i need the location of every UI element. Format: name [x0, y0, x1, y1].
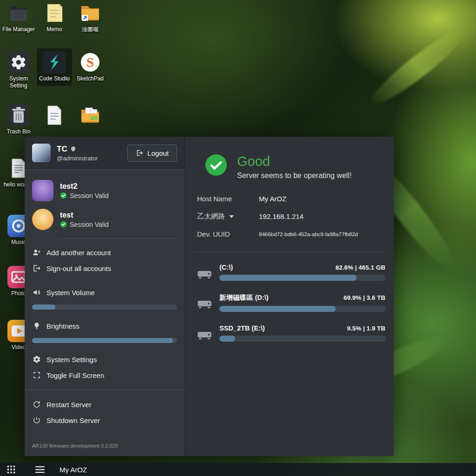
bulb-icon	[33, 322, 41, 330]
info-row-uuid: Dev. UUID 8466bd72-bdb6-452a-abc9-fa98a7…	[197, 230, 375, 238]
account-avatar	[32, 209, 53, 230]
app-grid-icon	[7, 465, 16, 474]
trash-icon	[7, 104, 30, 126]
icon-label: SketchPad	[73, 75, 108, 82]
menu-item-signout-all[interactable]: Sign-out all accounts	[32, 260, 177, 276]
status-check-icon	[205, 154, 227, 176]
desktop-icon-folder-files[interactable]	[73, 104, 108, 128]
user-header: TC @administrator Logout	[25, 137, 185, 170]
hdd-icon	[197, 331, 212, 341]
divider	[25, 390, 185, 390]
menu-label: Shutdown Server	[46, 416, 100, 424]
menu-label: Restart Server	[46, 401, 92, 409]
menu-item-add-account[interactable]: Add another account	[32, 245, 177, 260]
fullscreen-icon	[33, 371, 41, 379]
volume-fill	[32, 304, 55, 310]
uuid-value: 8466bd72-bdb6-452a-abc9-fa98a77fb82d	[259, 231, 358, 237]
menu-label: Sign-out all accounts	[46, 264, 111, 272]
account-row[interactable]: test Session Valid	[32, 209, 177, 230]
desktop-icon-sketchpad[interactable]: S SketchPad	[73, 51, 108, 82]
system-popup-panel: TC @administrator Logout test2	[25, 137, 394, 456]
account-name: test	[60, 211, 109, 219]
desktop-icon-code-studio[interactable]: Code Studio	[37, 48, 72, 86]
info-label: Host Name	[197, 195, 259, 203]
hdd-icon	[197, 299, 212, 310]
menu-item-toggle-fullscreen[interactable]: Toggle Full Screen	[32, 367, 177, 383]
desktop-icon-document[interactable]	[37, 104, 72, 128]
foliage-decoration	[364, 21, 472, 112]
disk-stats: 82.6% | 465.1 GB	[336, 264, 385, 271]
menu-label: Brightness	[46, 322, 79, 330]
status-title: Good	[237, 154, 351, 168]
disk-row: 新增磁碟區 (D:\) 69.9% | 3.6 TB	[193, 293, 385, 312]
desktop-icon-trash[interactable]: Trash Bin	[1, 104, 36, 135]
user-avatar	[32, 144, 51, 162]
desktop: File Manager Memo 油圖喔 System Setting Cod…	[0, 0, 476, 476]
disk-name: SSD_2TB (E:\)	[219, 324, 265, 332]
server-info-table: Host Name My ArOZ 乙太網路 192.168.1.214 Dev…	[185, 183, 394, 249]
disk-name: 新增磁碟區 (D:\)	[219, 293, 269, 302]
logout-button[interactable]: Logout	[127, 145, 177, 162]
power-icon	[33, 416, 41, 424]
disk-row: SSD_2TB (E:\) 9.5% | 1.9 TB	[193, 324, 385, 342]
disk-usage-fill	[219, 306, 336, 312]
desktop-icon-memo[interactable]: Memo	[37, 2, 72, 33]
disk-name: (C:\)	[219, 264, 233, 271]
volume-slider[interactable]	[32, 304, 177, 310]
firmware-version: AR100 firmware:development 0.2.020	[32, 437, 177, 449]
brightness-group: Brightness	[32, 318, 177, 343]
menu-label: Add another account	[46, 249, 111, 257]
ip-address-value: 192.168.1.214	[259, 212, 304, 220]
disk-stats: 69.9% | 3.6 TB	[344, 294, 385, 301]
account-name: test2	[60, 182, 109, 191]
icon-label: System Setting	[1, 75, 36, 89]
desktop-icon-shortcut-folder[interactable]: 油圖喔	[73, 2, 108, 33]
check-circle-icon	[60, 192, 67, 199]
menu-item-restart-server[interactable]: Restart Server	[32, 397, 177, 412]
desktop-icon-file-manager[interactable]: File Manager	[1, 2, 36, 33]
session-status: Session Valid	[70, 221, 109, 228]
network-dropdown[interactable]: 乙太網路	[197, 212, 259, 221]
folder-icon	[7, 2, 30, 24]
menu-label: System Settings	[46, 356, 97, 364]
check-circle-icon	[60, 221, 67, 228]
disk-row: (C:\) 82.6% | 465.1 GB	[193, 264, 385, 281]
speaker-icon	[33, 288, 41, 297]
disk-usage-fill	[219, 336, 235, 342]
chevron-down-icon	[229, 215, 234, 218]
divider	[58, 238, 177, 239]
menu-item-system-settings[interactable]: System Settings	[32, 351, 177, 367]
icon-label: Code Studio	[37, 75, 72, 82]
menu-label: System Volume	[46, 289, 95, 297]
desktop-icon-system-setting[interactable]: System Setting	[1, 51, 36, 89]
sign-out-icon	[33, 264, 41, 272]
icon-label: Trash Bin	[1, 128, 36, 135]
icon-label: 油圖喔	[73, 26, 108, 33]
folder-shortcut-icon	[79, 2, 101, 24]
hamburger-icon	[35, 466, 45, 473]
disk-usage-fill	[219, 275, 357, 281]
disk-usage-bar	[219, 275, 385, 281]
user-menu-body: test2 Session Valid test Session Valid	[25, 170, 185, 456]
shield-icon	[70, 146, 76, 152]
menu-button[interactable]	[29, 464, 51, 475]
info-row-network: 乙太網路 192.168.1.214	[197, 212, 375, 221]
svg-text:S: S	[86, 54, 94, 70]
brightness-slider[interactable]	[32, 338, 177, 343]
app-grid-button[interactable]	[0, 463, 22, 476]
icon-label: File Manager	[1, 26, 36, 33]
sketchpad-icon: S	[79, 51, 101, 73]
folder-files-icon	[79, 104, 101, 126]
gear-icon	[33, 355, 41, 364]
disk-stats: 9.5% | 1.9 TB	[347, 325, 385, 332]
restart-icon	[33, 400, 41, 409]
brightness-fill	[32, 338, 173, 343]
username: TC	[57, 145, 67, 154]
person-plus-icon	[33, 248, 41, 257]
hdd-icon	[197, 270, 212, 280]
taskbar: My ArOZ	[0, 463, 476, 476]
logout-label: Logout	[147, 149, 169, 157]
menu-item-shutdown-server[interactable]: Shutdown Server	[32, 412, 177, 428]
account-row[interactable]: test2 Session Valid	[32, 180, 177, 201]
account-avatar	[32, 180, 53, 201]
